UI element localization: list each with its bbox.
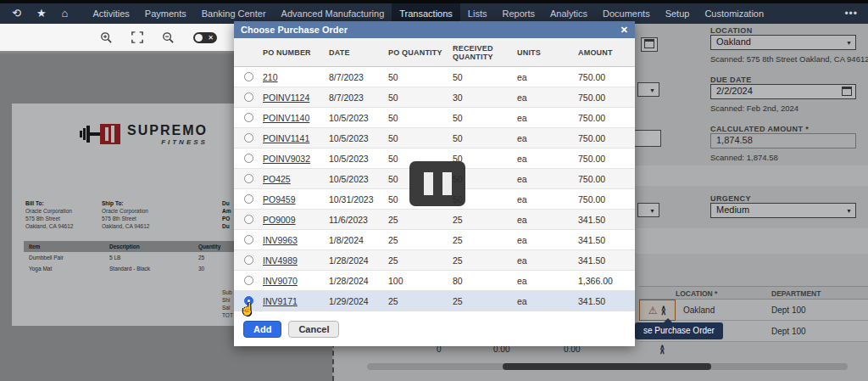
close-icon[interactable]: ✕ bbox=[620, 21, 628, 38]
po-radio[interactable] bbox=[244, 276, 253, 285]
po-number-link[interactable]: INV9070 bbox=[263, 276, 298, 286]
po-amount: 750.00 bbox=[578, 128, 635, 148]
po-radio[interactable] bbox=[244, 194, 253, 204]
po-units: ea bbox=[517, 189, 578, 209]
po-date: 10/5/2023 bbox=[329, 128, 388, 148]
app-screen: ⟲ ★ ⌂ ActivitiesPaymentsBanking CenterAd… bbox=[0, 0, 868, 381]
po-number-link[interactable]: INV9963 bbox=[263, 235, 298, 245]
po-row-POINV1124[interactable]: POINV11248/7/20235030ea750.00 bbox=[234, 87, 635, 108]
po-date: 8/7/2023 bbox=[329, 87, 388, 107]
modal-footer: Add Cancel bbox=[234, 311, 635, 347]
po-received: 80 bbox=[453, 271, 517, 290]
po-row-INV9171[interactable]: INV91711/29/20242525ea341.50 bbox=[234, 291, 635, 311]
po-units: ea bbox=[517, 87, 578, 107]
po-number-link[interactable]: PO9459 bbox=[263, 194, 296, 205]
po-radio[interactable] bbox=[244, 113, 253, 122]
po-radio[interactable] bbox=[244, 215, 253, 224]
po-number-link[interactable]: PO425 bbox=[263, 174, 291, 184]
col-received-quantity: RECEIVED QUANTITY bbox=[453, 38, 500, 66]
po-radio[interactable] bbox=[244, 72, 253, 81]
po-number-link[interactable]: POINV1141 bbox=[263, 133, 309, 143]
po-received: 50 bbox=[453, 128, 517, 148]
zoom-in-icon[interactable] bbox=[100, 31, 113, 44]
fullscreen-icon[interactable] bbox=[131, 31, 143, 43]
po-row-POINV1140[interactable]: POINV114010/5/20235050ea750.00 bbox=[234, 108, 635, 128]
add-button[interactable]: Add bbox=[243, 321, 281, 338]
po-radio[interactable] bbox=[244, 154, 253, 163]
po-number-link[interactable]: PO9009 bbox=[263, 215, 296, 225]
po-row-INV9963[interactable]: INV99631/8/20242525ea341.50 bbox=[234, 230, 635, 250]
po-table-header: PO NUMBER DATE PO QUANTITY RECEIVED QUAN… bbox=[234, 38, 635, 67]
po-number-link[interactable]: POINV1140 bbox=[263, 113, 309, 123]
po-row-INV4989[interactable]: INV49891/28/20242525ea341.50 bbox=[234, 250, 635, 271]
po-quantity: 25 bbox=[388, 230, 453, 249]
nav-item-customization[interactable]: Customization bbox=[697, 3, 771, 24]
po-number-link[interactable]: INV9171 bbox=[263, 296, 298, 306]
zoom-out-icon[interactable] bbox=[162, 31, 175, 44]
po-number-link[interactable]: 210 bbox=[263, 72, 278, 82]
po-received: 30 bbox=[453, 87, 517, 107]
po-received: 50 bbox=[453, 108, 517, 127]
cancel-button[interactable]: Cancel bbox=[288, 321, 339, 338]
po-units: ea bbox=[517, 148, 578, 168]
po-amount: 341.50 bbox=[578, 210, 635, 229]
po-radio[interactable] bbox=[244, 235, 253, 244]
po-radio[interactable] bbox=[244, 92, 253, 102]
po-received: 25 bbox=[453, 291, 517, 311]
po-amount: 750.00 bbox=[578, 108, 635, 127]
po-amount: 1,366.00 bbox=[578, 271, 635, 290]
po-received: 25 bbox=[453, 250, 517, 270]
po-date: 10/5/2023 bbox=[329, 108, 388, 127]
po-quantity: 50 bbox=[388, 87, 453, 107]
po-amount: 750.00 bbox=[578, 87, 635, 107]
col-po-quantity: PO QUANTITY bbox=[388, 38, 453, 66]
home-icon[interactable]: ⌂ bbox=[62, 3, 69, 24]
po-row-POINV1141[interactable]: POINV114110/5/20235050ea750.00 bbox=[234, 128, 635, 148]
po-radio[interactable] bbox=[244, 255, 253, 265]
po-units: ea bbox=[517, 128, 578, 148]
col-date: DATE bbox=[329, 38, 388, 66]
po-row-INV9070[interactable]: INV90701/28/202410080ea1,366.00 bbox=[234, 271, 635, 291]
po-quantity: 100 bbox=[388, 271, 453, 290]
po-date: 10/31/2023 bbox=[329, 189, 388, 209]
po-date: 10/5/2023 bbox=[329, 148, 388, 168]
po-units: ea bbox=[517, 271, 578, 290]
nav-overflow-menu[interactable]: ••• bbox=[834, 8, 868, 20]
nav-item-setup[interactable]: Setup bbox=[658, 3, 698, 24]
po-units: ea bbox=[517, 291, 578, 311]
po-date: 1/8/2024 bbox=[329, 230, 388, 249]
po-row-210[interactable]: 2108/7/20235050ea750.00 bbox=[234, 67, 635, 87]
po-date: 1/28/2024 bbox=[329, 271, 388, 290]
po-radio[interactable] bbox=[244, 133, 253, 143]
po-number-link[interactable]: POINV9032 bbox=[263, 154, 310, 164]
modal-title: Choose Purchase Order bbox=[241, 21, 348, 38]
po-date: 8/7/2023 bbox=[329, 67, 388, 87]
po-quantity: 50 bbox=[388, 108, 453, 127]
po-number-link[interactable]: POINV1124 bbox=[263, 92, 309, 103]
po-amount: 341.50 bbox=[578, 250, 635, 270]
po-quantity: 50 bbox=[388, 67, 453, 87]
pause-icon bbox=[424, 172, 433, 195]
mouse-cursor: ☝ bbox=[240, 302, 254, 316]
po-date: 1/28/2024 bbox=[329, 250, 388, 270]
po-amount: 750.00 bbox=[578, 67, 635, 87]
po-received: 25 bbox=[453, 230, 517, 249]
video-pause-button[interactable] bbox=[409, 161, 465, 206]
history-icon[interactable]: ⟲ bbox=[12, 3, 21, 24]
toggle-knob bbox=[195, 34, 203, 42]
star-icon[interactable]: ★ bbox=[36, 3, 47, 24]
po-quantity: 50 bbox=[388, 128, 453, 148]
po-row-PO9009[interactable]: PO900911/6/20232525ea341.50 bbox=[234, 210, 635, 230]
po-units: ea bbox=[517, 169, 578, 188]
nav-item-payments[interactable]: Payments bbox=[137, 3, 194, 24]
modal-header: Choose Purchase Order ✕ bbox=[234, 21, 635, 38]
po-amount: 750.00 bbox=[578, 148, 635, 168]
po-number-link[interactable]: INV4989 bbox=[263, 255, 298, 266]
po-quantity: 25 bbox=[388, 291, 453, 311]
pause-icon bbox=[442, 172, 452, 195]
po-units: ea bbox=[517, 67, 578, 87]
viewer-toggle-switch[interactable]: ✕ bbox=[193, 32, 217, 43]
po-radio[interactable] bbox=[244, 174, 253, 183]
nav-item-activities[interactable]: Activities bbox=[85, 3, 136, 24]
col-units: UNITS bbox=[517, 38, 578, 66]
